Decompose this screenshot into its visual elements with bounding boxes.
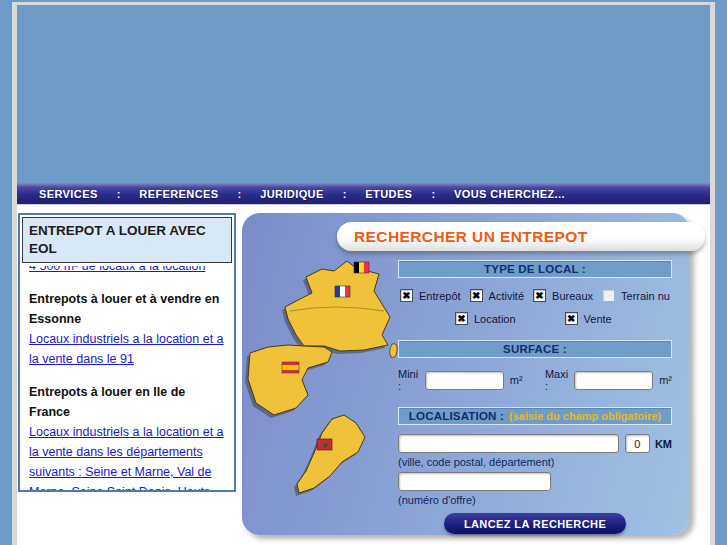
surface-mini-input[interactable] xyxy=(425,371,504,390)
offer-caption: (numéro d'offre) xyxy=(398,494,672,506)
km-unit-label: KM xyxy=(655,438,672,450)
map-island-corsica[interactable] xyxy=(390,344,397,358)
map-country-morocco[interactable] xyxy=(297,415,365,493)
offer-number-input[interactable] xyxy=(398,472,551,491)
surface-label: SURFACE : xyxy=(503,343,567,355)
sidebar-link-locaux-location[interactable]: 4 500 m² de locaux a la location xyxy=(29,266,225,276)
localisation-inputs-row: KM xyxy=(398,434,672,453)
checkbox-label: Bureaux xyxy=(552,290,593,302)
checkbox-label: Location xyxy=(474,313,516,325)
nav-item-etudes[interactable]: ETUDES xyxy=(365,188,412,200)
main-navigation: SERVICES : REFERENCES : JURIDIQUE : ETUD… xyxy=(17,183,710,205)
panel-title: RECHERCHER UN ENTREPOT xyxy=(354,228,588,246)
radius-km-input[interactable] xyxy=(625,434,650,453)
maxi-label: Maxi : xyxy=(545,368,569,392)
checkbox-box[interactable] xyxy=(455,312,468,325)
checkbox-box[interactable] xyxy=(470,289,483,302)
countries-map: ★ xyxy=(244,247,410,511)
type-checkbox-row: Entrepôt Activité Bureaux Terrain nu xyxy=(398,289,672,302)
nav-separator: : xyxy=(117,188,121,200)
nav-separator: : xyxy=(431,188,435,200)
mini-label: Mini : xyxy=(398,368,420,392)
localisation-header: LOCALISATION : (saisie du champ obligato… xyxy=(398,407,672,425)
checkbox-label: Terrain nu xyxy=(621,290,670,302)
search-panel: RECHERCHER UN ENTREPOT xyxy=(242,213,690,535)
checkbox-box[interactable] xyxy=(565,312,578,325)
sidebar-heading-essonne: Entrepots à louer et à vendre en Essonne xyxy=(29,289,225,329)
nav-item-references[interactable]: REFERENCES xyxy=(139,188,218,200)
nav-item-vous-cherchez[interactable]: VOUS CHERCHEZ... xyxy=(454,188,565,200)
checkbox-activite[interactable]: Activité xyxy=(470,289,524,302)
localisation-required-note: (saisie du champ obligatoire) xyxy=(509,410,661,422)
clipped-link-row: 4 500 m² de locaux a la location xyxy=(29,266,225,276)
svg-text:★: ★ xyxy=(321,441,328,450)
nav-item-juridique[interactable]: JURIDIQUE xyxy=(260,188,324,200)
checkbox-box[interactable] xyxy=(400,289,413,302)
checkbox-label: Entrepôt xyxy=(419,290,461,302)
search-form: TYPE DE LOCAL : Entrepôt Activité Bureau… xyxy=(398,260,672,534)
spain-flag-icon[interactable] xyxy=(282,362,299,373)
checkbox-entrepot[interactable]: Entrepôt xyxy=(400,289,461,302)
checkbox-box[interactable] xyxy=(533,289,546,302)
france-flag-icon[interactable] xyxy=(335,286,350,297)
sidebar-heading-idf: Entrepots à louer en Ile de France xyxy=(29,382,225,422)
localisation-label: LOCALISATION : xyxy=(409,410,504,422)
launch-search-button[interactable]: LANCEZ LA RECHERCHE xyxy=(444,513,626,534)
surface-header: SURFACE : xyxy=(398,340,672,358)
nav-separator: : xyxy=(238,188,242,200)
map-country-france[interactable] xyxy=(285,261,390,351)
checkbox-terrain-nu[interactable]: Terrain nu xyxy=(602,289,670,302)
map-country-spain[interactable] xyxy=(248,345,332,415)
checkbox-label: Activité xyxy=(489,290,524,302)
content-area: ENTREPOT A LOUER AVEC EOL 4 500 m² de lo… xyxy=(17,205,710,545)
morocco-flag-icon[interactable]: ★ xyxy=(317,439,332,450)
type-local-header: TYPE DE LOCAL : xyxy=(398,260,672,278)
sidebar-title: ENTREPOT A LOUER AVEC EOL xyxy=(22,217,232,263)
mini-unit: m² xyxy=(510,374,523,386)
nav-separator: : xyxy=(343,188,347,200)
page-frame: SERVICES : REFERENCES : JURIDIQUE : ETUD… xyxy=(12,2,715,545)
checkbox-location[interactable]: Location xyxy=(455,312,516,325)
maxi-unit: m² xyxy=(659,374,672,386)
transaction-checkbox-row: Location Vente xyxy=(398,312,672,325)
location-input[interactable] xyxy=(398,434,619,453)
nav-item-services[interactable]: SERVICES xyxy=(39,188,98,200)
sidebar-link-idf-departements[interactable]: Locaux industriels a la location et a la… xyxy=(29,425,224,492)
checkbox-box[interactable] xyxy=(602,289,615,302)
belgium-flag-icon[interactable] xyxy=(354,262,369,273)
header-banner xyxy=(17,5,710,183)
checkbox-vente[interactable]: Vente xyxy=(565,312,612,325)
sidebar-links-box: ENTREPOT A LOUER AVEC EOL 4 500 m² de lo… xyxy=(18,213,236,492)
type-local-label: TYPE DE LOCAL : xyxy=(484,263,586,275)
sidebar-link-essonne-91[interactable]: Locaux industriels a la location et a la… xyxy=(29,332,224,366)
surface-maxi-input[interactable] xyxy=(574,371,653,390)
checkbox-label: Vente xyxy=(584,313,612,325)
surface-inputs-row: Mini : m² Maxi : m² xyxy=(398,368,672,392)
location-caption: (ville, code postal, département) xyxy=(398,456,672,468)
checkbox-bureaux[interactable]: Bureaux xyxy=(533,289,593,302)
